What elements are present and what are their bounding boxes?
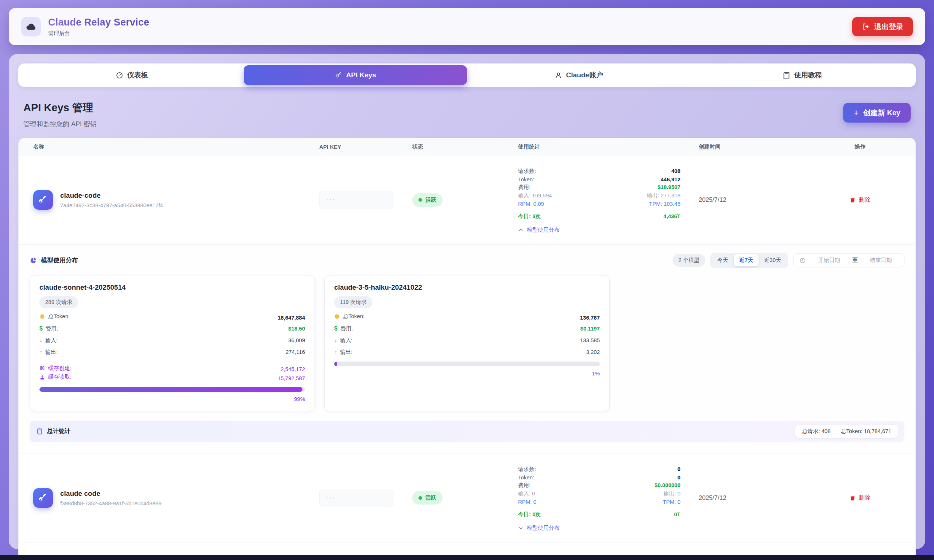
model-stat-value: 15,792,587	[278, 375, 305, 381]
tab-api-keys[interactable]: API Keys	[244, 65, 467, 85]
model-card: claude-sonnet-4-20250514 289 次请求 总Token:…	[29, 275, 315, 411]
save-disk-icon	[39, 365, 45, 371]
range-today-button[interactable]: 今天	[712, 254, 734, 266]
delete-button[interactable]: 删除	[849, 494, 871, 502]
model-distribution-toggle[interactable]: 模型使用分布	[518, 525, 680, 532]
status-badge: 活跃	[412, 193, 443, 207]
create-key-label: 创建新 Key	[863, 108, 900, 118]
toggle-label: 模型使用分布	[527, 525, 560, 532]
app-header: Claude Relay Service 管理后台 退出登录	[9, 8, 925, 45]
logout-button[interactable]: 退出登录	[852, 17, 913, 36]
coins-icon	[39, 314, 45, 320]
masked-api-key[interactable]: ···	[319, 489, 394, 507]
date-range-picker[interactable]: 开始日期 至 结束日期	[793, 253, 905, 268]
table-row: claude code f398d8b8-7352-4a88-9a1f-6b1e…	[18, 454, 916, 543]
date-to-label: 至	[852, 257, 858, 264]
table-row: claude-code 7a4e2492-3c38-4797-a540-5539…	[18, 155, 916, 245]
masked-api-key[interactable]: ···	[319, 191, 394, 209]
model-stat-value: $0.1197	[580, 325, 600, 332]
bottom-strip	[0, 555, 934, 560]
status-dot-icon	[419, 198, 422, 202]
model-requests-badge: 289 次请求	[39, 296, 78, 308]
stat-value: 0	[677, 466, 680, 472]
status-label: 活跃	[425, 197, 436, 203]
arrow-down-icon: ↓	[39, 337, 42, 344]
stat-label: Token:	[518, 176, 534, 182]
key-badge	[33, 488, 53, 508]
range-7days-button[interactable]: 近7天	[734, 254, 759, 266]
arrow-up-icon: ↑	[39, 349, 42, 355]
trash-icon	[849, 197, 856, 203]
stat-label: RPM:	[518, 201, 532, 207]
status-label: 活跃	[425, 494, 436, 501]
tab-tutorial[interactable]: 使用教程	[691, 65, 914, 85]
total-tokens: 总Token: 18,784,671	[841, 428, 891, 435]
model-distribution-section: 模型使用分布 2 个模型 今天 近7天 近30天 开始日期 至 结束日期	[18, 245, 916, 454]
col-action: 操作	[805, 143, 916, 150]
tab-dashboard[interactable]: 仪表板	[20, 65, 244, 85]
plus-icon: +	[853, 108, 859, 117]
tab-label: API Keys	[346, 71, 376, 79]
stat-value: 0次	[532, 511, 541, 517]
col-usage: 使用统计	[518, 143, 699, 150]
create-key-button[interactable]: + 创建新 Key	[843, 103, 911, 123]
model-stat-label: 费用:	[46, 325, 58, 332]
gauge-icon	[115, 71, 123, 79]
pie-chart-icon	[29, 257, 37, 264]
key-badge	[33, 190, 53, 210]
model-stat-label: 总Token:	[48, 313, 70, 320]
stat-label: 请求数:	[518, 466, 536, 473]
stat-label: 输出:	[663, 490, 676, 497]
delete-button[interactable]: 删除	[849, 196, 871, 204]
totals-title: 总计统计	[47, 428, 71, 435]
dollar-icon: $	[39, 325, 43, 332]
stat-value: 408	[671, 168, 680, 174]
app-subtitle: 管理后台	[48, 30, 149, 37]
model-stat-value: $18.50	[288, 325, 305, 332]
stat-label: 费用:	[518, 482, 531, 489]
clock-icon	[799, 257, 806, 264]
created-date: 2025/7/12	[699, 494, 805, 502]
delete-label: 删除	[859, 494, 871, 502]
usage-stats: 请求数:0 Token:0 费用:$0.000000 输入: 0输出: 0 RP…	[518, 466, 680, 532]
model-stat-value: 133,585	[580, 337, 600, 343]
usage-percent: 99%	[39, 396, 305, 402]
range-30days-button[interactable]: 近30天	[759, 254, 786, 266]
model-distribution-toggle[interactable]: 模型使用分布	[518, 226, 680, 234]
tab-claude-account[interactable]: Claude账户	[467, 65, 691, 85]
stat-value: 0T	[674, 511, 680, 517]
key-icon	[38, 195, 48, 205]
cloud-icon	[25, 21, 37, 32]
col-status: 状态	[412, 143, 518, 150]
app-logo	[21, 17, 41, 37]
stat-label: 请求数:	[518, 168, 536, 175]
key-icon	[335, 71, 342, 79]
stat-value: 0	[532, 490, 535, 497]
nav-tabbar: 仪表板 API Keys Claude账户 使用教程	[18, 63, 916, 87]
end-date-input[interactable]: 结束日期	[863, 257, 898, 264]
stat-value: 0	[677, 474, 680, 480]
key-name: claude-code	[60, 192, 163, 200]
start-date-input[interactable]: 开始日期	[812, 257, 846, 264]
col-created: 创建时间	[699, 143, 805, 150]
key-id: 7a4e2492-3c38-4797-a540-553980ee12f4	[60, 202, 163, 208]
chevron-up-icon	[518, 227, 523, 233]
status-dot-icon	[419, 496, 422, 500]
stat-value-cost: $18.9507	[657, 184, 680, 190]
totals-bar: 总计统计 总请求: 408 总Token: 18,784,671	[29, 421, 905, 442]
arrow-up-icon: ↑	[334, 349, 337, 355]
usage-stats: 请求数:408 Token:446,912 费用:$18.9507 输入: 16…	[518, 168, 680, 234]
logout-label: 退出登录	[874, 22, 903, 32]
usage-progress-track	[39, 387, 305, 392]
key-id: f398d8b8-7352-4a88-9a1f-6b1e0c4d8e89	[60, 500, 162, 506]
model-stat-label: 缓存读取:	[48, 374, 71, 380]
key-icon	[38, 493, 48, 503]
stat-label: TPM:	[663, 499, 676, 505]
model-stat-label: 输出:	[340, 349, 352, 356]
arrow-down-icon: ↓	[334, 337, 337, 344]
page-title: API Keys 管理	[23, 101, 97, 115]
logout-icon	[862, 23, 870, 31]
model-name: claude-sonnet-4-20250514	[39, 283, 305, 291]
page-subtitle: 管理和监控您的 API 密钥	[23, 120, 97, 128]
user-icon	[555, 71, 562, 79]
